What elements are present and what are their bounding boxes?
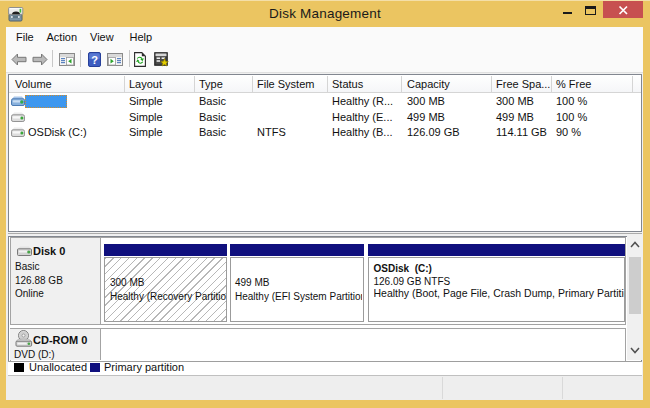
svg-text:?: ?: [91, 54, 98, 66]
